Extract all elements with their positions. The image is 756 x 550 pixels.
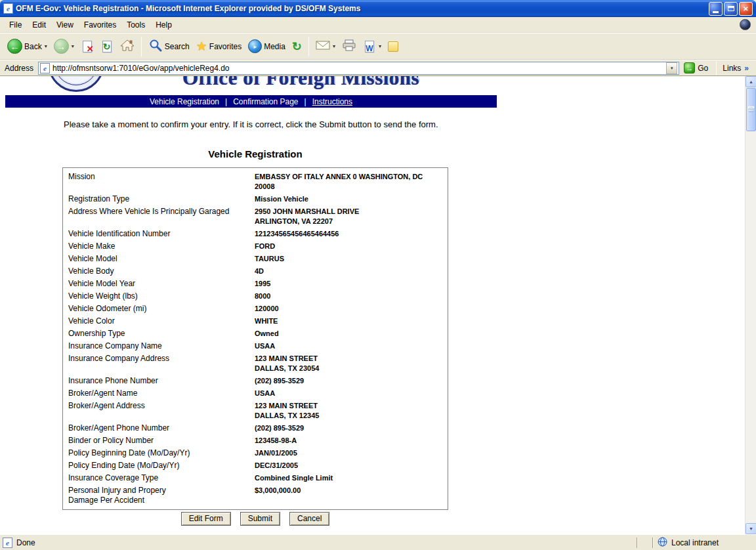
- forward-dropdown-icon[interactable]: ▾: [72, 43, 74, 49]
- field-label: Vehicle Make: [63, 240, 255, 253]
- discuss-button[interactable]: [385, 39, 402, 54]
- field-value: 1995: [255, 278, 448, 290]
- field-value: USAA: [255, 340, 448, 352]
- brand-logo-icon: [740, 19, 751, 30]
- mail-dropdown-icon[interactable]: ▾: [333, 43, 335, 49]
- minimize-button[interactable]: [709, 2, 723, 16]
- field-label: Vehicle Odometer (mi): [63, 303, 255, 315]
- restore-icon: [728, 6, 734, 11]
- field-row: Broker/Agent NameUSAA: [63, 387, 448, 400]
- back-icon: ←: [7, 39, 22, 54]
- back-dropdown-icon[interactable]: ▾: [45, 43, 47, 49]
- links-label: Links: [723, 64, 741, 73]
- field-label: Mission: [63, 171, 255, 193]
- zone-text: Local intranet: [671, 538, 719, 547]
- address-label: Address: [5, 64, 33, 73]
- field-row: Personal Injury and Propery Damage Per A…: [63, 484, 448, 507]
- history-button[interactable]: ↻: [289, 39, 305, 54]
- field-row: Vehicle Odometer (mi)120000: [63, 303, 448, 315]
- status-page-icon: e: [3, 538, 12, 548]
- field-label: Vehicle Weight (lbs): [63, 290, 255, 303]
- field-label: Insurance Company Name: [63, 340, 255, 352]
- cancel-button[interactable]: Cancel: [289, 512, 329, 526]
- favorites-icon: ★: [196, 40, 207, 53]
- status-divider: [652, 538, 654, 548]
- menu-bar: FileEditViewFavoritesToolsHelp: [0, 17, 756, 33]
- forward-button[interactable]: → ▾: [51, 37, 77, 56]
- toolbar-separator: [308, 37, 309, 56]
- field-value: (202) 895-3529: [255, 422, 448, 434]
- links-chevron-icon[interactable]: »: [744, 64, 749, 73]
- edit-form-button[interactable]: Edit Form: [181, 512, 231, 526]
- menu-items: FileEditViewFavoritesToolsHelp: [4, 18, 177, 32]
- field-label: Policy Beginning Date (Mo/Day/Yr): [63, 447, 255, 459]
- menu-edit[interactable]: Edit: [27, 18, 51, 32]
- close-button[interactable]: ✕: [739, 2, 753, 16]
- menu-help[interactable]: Help: [150, 18, 177, 32]
- field-row: Vehicle ColorWHITE: [63, 315, 448, 328]
- go-label: Go: [698, 64, 708, 73]
- print-button[interactable]: [339, 37, 360, 56]
- address-input[interactable]: e http://ofmsntsorw1:7010/eGov/app/vehic…: [38, 62, 679, 75]
- field-row: Address Where Vehicle Is Principally Gar…: [63, 205, 448, 228]
- status-text: Done: [16, 538, 35, 547]
- field-value: 2950 JOHN MARSHALL DRIVE ARLINGTON, VA 2…: [255, 205, 448, 228]
- browser-window: e OFM E-Gov: Vehicle Registration - Micr…: [0, 0, 756, 550]
- toolbar: ← Back ▾ → ▾ ✕ ↻ Search ★ Favorites ▸ Me…: [0, 33, 756, 60]
- field-label: Ownership Type: [63, 328, 255, 340]
- go-button[interactable]: → Go: [679, 61, 713, 75]
- scroll-down-button[interactable]: ▼: [746, 523, 756, 534]
- stop-button[interactable]: ✕: [77, 37, 97, 56]
- field-row: Broker/Agent Address123 MAIN STREET DALL…: [63, 400, 448, 422]
- field-label: Binder or Policy Number: [63, 434, 255, 447]
- go-icon: →: [684, 62, 695, 74]
- submit-button[interactable]: Submit: [240, 512, 280, 526]
- field-value: 123 MAIN STREET DALLAS, TX 12345: [255, 400, 448, 422]
- status-left: e Done: [3, 538, 635, 548]
- mail-icon: [316, 40, 330, 53]
- field-value: Combined Single Limit: [255, 472, 448, 484]
- favorites-button[interactable]: ★ Favorites: [193, 38, 245, 54]
- menu-favorites[interactable]: Favorites: [79, 18, 121, 32]
- media-button[interactable]: ▸ Media: [245, 37, 289, 55]
- field-value: EMBASSY OF ITALY ANNEX 0 WASHINGTON, DC …: [255, 171, 448, 193]
- restore-button[interactable]: [724, 2, 738, 16]
- scrollbar-thumb[interactable]: [746, 88, 756, 131]
- address-dropdown-button[interactable]: ▾: [666, 62, 677, 74]
- field-row: Vehicle Weight (lbs)8000: [63, 290, 448, 303]
- search-icon: [148, 38, 163, 55]
- field-value: DEC/31/2005: [255, 459, 448, 472]
- field-row: Vehicle Body4D: [63, 265, 448, 278]
- browser-viewport: Office of Foreign Missions Vehicle Regis…: [0, 76, 756, 534]
- field-label: Insurance Company Address: [63, 352, 255, 375]
- address-bar: Address e http://ofmsntsorw1:7010/eGov/a…: [0, 60, 756, 76]
- back-button[interactable]: ← Back ▾: [4, 37, 51, 56]
- field-row: Policy Beginning Date (Mo/Day/Yr)JAN/01/…: [63, 447, 448, 459]
- field-row: Vehicle Identification Number12123456545…: [63, 228, 448, 240]
- field-label: Address Where Vehicle Is Principally Gar…: [63, 205, 255, 228]
- mail-button[interactable]: ▾: [312, 38, 339, 55]
- field-value: Mission Vehicle: [255, 193, 448, 205]
- field-value: 4D: [255, 265, 448, 278]
- vertical-scrollbar[interactable]: ▲ ▼: [745, 76, 756, 534]
- refresh-button[interactable]: ↻: [97, 37, 117, 56]
- menu-file[interactable]: File: [4, 18, 27, 32]
- field-label: Insurance Coverage Type: [63, 472, 255, 484]
- window-controls: ✕: [709, 2, 753, 16]
- field-label: Broker/Agent Name: [63, 387, 255, 400]
- refresh-icon: ↻: [100, 39, 114, 54]
- word-dropdown-icon[interactable]: ▾: [379, 43, 381, 49]
- app-icon: e: [3, 3, 13, 14]
- status-pane: [639, 538, 651, 548]
- home-button[interactable]: [117, 37, 138, 56]
- edit-with-word-button[interactable]: W ▾: [360, 37, 385, 56]
- menu-view[interactable]: View: [51, 18, 79, 32]
- field-row: Insurance Company Address123 MAIN STREET…: [63, 352, 448, 375]
- web-page: Office of Foreign Missions Vehicle Regis…: [0, 76, 745, 534]
- menu-tools[interactable]: Tools: [121, 18, 150, 32]
- scroll-up-button[interactable]: ▲: [746, 76, 756, 87]
- media-icon: ▸: [248, 39, 262, 53]
- search-button[interactable]: Search: [145, 36, 193, 57]
- links-bar[interactable]: Links »: [720, 64, 753, 73]
- history-icon: ↻: [292, 41, 302, 53]
